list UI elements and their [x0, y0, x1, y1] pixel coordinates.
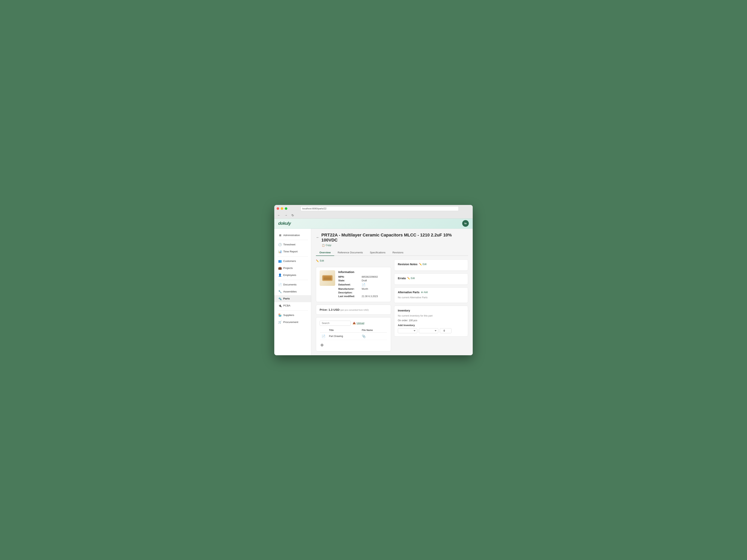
revision-notes-card: Revision Notes ✏️ Edit [394, 259, 468, 271]
price-amount: 1.3 USD [329, 308, 340, 311]
file-title: Part Drawing [327, 333, 360, 340]
mpn-row: MPN: 885382209002 [338, 275, 387, 278]
page-title-row: ← PRT22A - Multilayer Ceramic Capacitors… [316, 233, 468, 243]
add-circle-icon: ⊕ [421, 291, 423, 294]
projects-icon: 💼 [278, 266, 282, 270]
administration-icon: 🖥 [278, 234, 282, 237]
user-avatar[interactable]: tu [462, 220, 469, 227]
sidebar-item-pcba[interactable]: 🔌 PCBA [274, 302, 311, 309]
upload-button[interactable]: 📤 Upload [353, 322, 364, 324]
price-label: Price: [319, 308, 328, 311]
left-column: ✏️ Edit [316, 259, 391, 351]
minimize-button[interactable] [281, 207, 283, 210]
manufacturer-row: Manufacturer: Wurth [338, 288, 387, 290]
sidebar-item-timesheet[interactable]: 🕐 Timesheet [274, 241, 311, 248]
time-report-icon: 📊 [278, 250, 282, 254]
copy-link[interactable]: 📋 Copy [322, 244, 468, 247]
description-row: Description: [338, 291, 387, 294]
right-column: Revision Notes ✏️ Edit Errata ✏️ [394, 259, 468, 351]
customers-icon: 👥 [278, 259, 282, 263]
files-card: 📤 Upload Title File Name [316, 317, 391, 351]
forward-nav-button[interactable]: → [284, 213, 288, 217]
sidebar-divider-4 [277, 310, 308, 311]
file-search-input[interactable] [319, 321, 351, 326]
inventory-location-select[interactable] [398, 328, 417, 333]
urlbar [301, 206, 459, 211]
close-button[interactable] [277, 207, 279, 210]
svg-rect-3 [323, 278, 332, 279]
errata-edit-icon: ✏️ [407, 277, 410, 279]
sidebar-item-parts[interactable]: 🔩 Parts [274, 295, 311, 302]
app-window: ← → ↻ dokuly tu 🖥 Administration 🕐 Times… [274, 205, 473, 355]
sidebar-item-suppliers[interactable]: 🏪 Suppliers [274, 312, 311, 319]
back-nav-button[interactable]: ← [277, 213, 281, 217]
datasheet-file-icon[interactable]: 📄 [362, 283, 365, 287]
tab-revisions[interactable]: Revisions [389, 249, 407, 256]
sidebar-item-procurement[interactable]: 🛒 Procurement [274, 319, 311, 326]
upload-icon: 📤 [353, 322, 356, 324]
suppliers-icon: 🏪 [278, 314, 282, 317]
titlebar [274, 205, 473, 212]
alternative-parts-add-button[interactable]: ⊕ Add [421, 291, 428, 294]
tabs: Overview Reference Documents Specificati… [316, 249, 468, 256]
sidebar-item-projects[interactable]: 💼 Projects [274, 265, 311, 272]
datasheet-row: Datasheet: 📄 [338, 283, 387, 287]
copy-icon: 📋 [322, 244, 325, 247]
tab-reference-documents[interactable]: Reference Documents [334, 249, 366, 256]
sidebar-divider-2 [277, 256, 308, 257]
back-arrow[interactable]: ← [316, 236, 319, 240]
inventory-header: Inventory [398, 309, 464, 312]
sidebar-item-employees[interactable]: 👤 Employees [274, 272, 311, 278]
inventory-section: No current inventory for this part On or… [398, 314, 464, 333]
revision-notes-header: Revision Notes ✏️ Edit [398, 263, 464, 266]
tab-specifications[interactable]: Specifications [366, 249, 389, 256]
reload-nav-button[interactable]: ↻ [291, 213, 295, 218]
sidebar-item-customers[interactable]: 👥 Customers [274, 258, 311, 265]
inventory-empty-text: No current inventory for this part [398, 314, 464, 318]
add-row-button[interactable]: ⊕ [319, 342, 325, 348]
alternative-parts-card: Alternative Parts ⊕ Add No current Alter… [394, 287, 468, 303]
app-body: 🖥 Administration 🕐 Timesheet 📊 Time Repo… [274, 229, 473, 355]
nav-bar: ← → ↻ [274, 212, 473, 218]
procurement-icon: 🛒 [278, 320, 282, 324]
sidebar-item-time-report[interactable]: 📊 Time Report [274, 248, 311, 255]
sidebar-item-administration[interactable]: 🖥 Administration [274, 232, 311, 239]
inventory-unit-select[interactable] [419, 328, 438, 333]
sidebar: 🖥 Administration 🕐 Timesheet 📊 Time Repo… [274, 229, 311, 355]
url-input[interactable] [301, 206, 459, 211]
title-col-header: Title [327, 328, 360, 332]
logo: dokuly [278, 221, 291, 226]
sidebar-item-documents[interactable]: 📄 Documents [274, 281, 311, 288]
tab-overview[interactable]: Overview [316, 249, 334, 256]
inventory-quantity-input[interactable] [440, 328, 452, 333]
content-grid: ✏️ Edit [316, 259, 468, 351]
state-row: State: Draft [338, 279, 387, 282]
errata-header: Errata ✏️ Edit [398, 277, 464, 280]
alternative-parts-empty: No current Alternative Parts [398, 295, 464, 300]
parts-icon: 🔩 [278, 297, 282, 300]
errata-edit-link[interactable]: ✏️ Edit [407, 277, 415, 279]
inventory-card: Inventory No current inventory for this … [394, 306, 468, 337]
inventory-inputs [398, 328, 464, 333]
timesheet-icon: 🕐 [278, 243, 282, 246]
app-header: dokuly tu [274, 218, 473, 229]
capacitor-svg [320, 271, 334, 285]
file-download-icon[interactable]: 📎 [362, 335, 366, 338]
file-row: 📄 Part Drawing 📎 [320, 333, 387, 340]
page-title: PRT22A - Multilayer Ceramic Capacitors M… [321, 233, 468, 243]
sidebar-divider-3 [277, 280, 308, 280]
revision-notes-edit-link[interactable]: ✏️ Edit [419, 263, 427, 266]
sidebar-item-assemblies[interactable]: 🔧 Assemblies [274, 288, 311, 295]
employees-icon: 👤 [278, 273, 282, 277]
edit-pencil-icon: ✏️ [316, 259, 319, 262]
documents-icon: 📄 [278, 283, 282, 287]
edit-link[interactable]: ✏️ Edit [316, 259, 391, 262]
search-upload-row: 📤 Upload [319, 321, 387, 326]
maximize-button[interactable] [285, 207, 287, 210]
price-card: Price: 1.3 USD (per pcs converted from U… [316, 305, 391, 315]
price-note: (per pcs converted from USD) [340, 309, 369, 311]
alternative-parts-header: Alternative Parts ⊕ Add [398, 291, 464, 294]
info-card-inner: Information MPN: 885382209002 State: Dra… [319, 270, 387, 299]
file-icon: 📄 [321, 335, 326, 338]
sidebar-divider [277, 240, 308, 240]
